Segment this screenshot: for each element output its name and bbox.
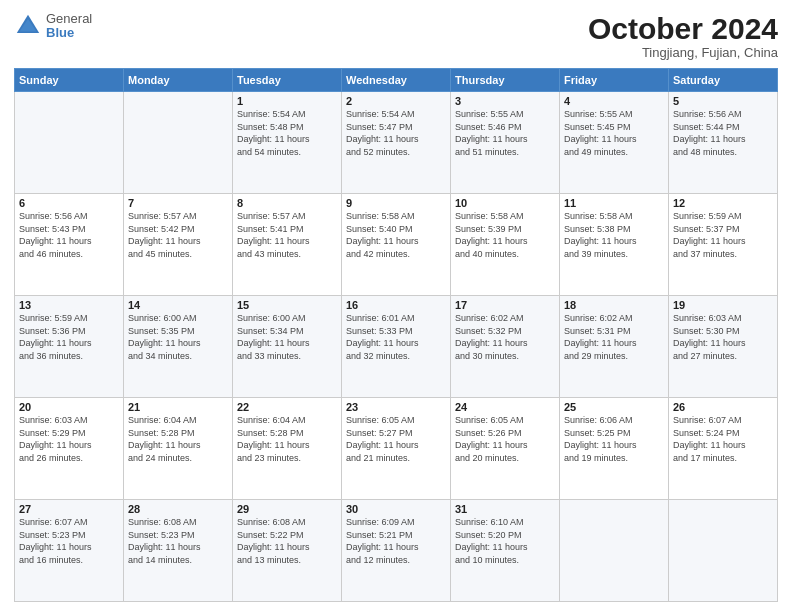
day-number: 22	[237, 401, 337, 413]
day-info: Sunrise: 5:58 AM Sunset: 5:39 PM Dayligh…	[455, 210, 555, 260]
calendar-day-24: 24Sunrise: 6:05 AM Sunset: 5:26 PM Dayli…	[451, 398, 560, 500]
day-number: 31	[455, 503, 555, 515]
day-number: 9	[346, 197, 446, 209]
day-number: 7	[128, 197, 228, 209]
day-number: 20	[19, 401, 119, 413]
logo-icon	[14, 12, 42, 40]
day-number: 21	[128, 401, 228, 413]
calendar-day-8: 8Sunrise: 5:57 AM Sunset: 5:41 PM Daylig…	[233, 194, 342, 296]
calendar-table: SundayMondayTuesdayWednesdayThursdayFrid…	[14, 68, 778, 602]
calendar-day-13: 13Sunrise: 5:59 AM Sunset: 5:36 PM Dayli…	[15, 296, 124, 398]
day-number: 4	[564, 95, 664, 107]
calendar-day-30: 30Sunrise: 6:09 AM Sunset: 5:21 PM Dayli…	[342, 500, 451, 602]
calendar-week-row: 1Sunrise: 5:54 AM Sunset: 5:48 PM Daylig…	[15, 92, 778, 194]
day-number: 8	[237, 197, 337, 209]
location: Tingjiang, Fujian, China	[588, 45, 778, 60]
calendar-day-7: 7Sunrise: 5:57 AM Sunset: 5:42 PM Daylig…	[124, 194, 233, 296]
weekday-header-friday: Friday	[560, 69, 669, 92]
day-info: Sunrise: 5:55 AM Sunset: 5:45 PM Dayligh…	[564, 108, 664, 158]
day-info: Sunrise: 5:56 AM Sunset: 5:43 PM Dayligh…	[19, 210, 119, 260]
day-info: Sunrise: 6:10 AM Sunset: 5:20 PM Dayligh…	[455, 516, 555, 566]
calendar-day-21: 21Sunrise: 6:04 AM Sunset: 5:28 PM Dayli…	[124, 398, 233, 500]
calendar-day-18: 18Sunrise: 6:02 AM Sunset: 5:31 PM Dayli…	[560, 296, 669, 398]
weekday-header-monday: Monday	[124, 69, 233, 92]
weekday-header-tuesday: Tuesday	[233, 69, 342, 92]
day-info: Sunrise: 5:57 AM Sunset: 5:41 PM Dayligh…	[237, 210, 337, 260]
day-info: Sunrise: 6:02 AM Sunset: 5:32 PM Dayligh…	[455, 312, 555, 362]
calendar-day-29: 29Sunrise: 6:08 AM Sunset: 5:22 PM Dayli…	[233, 500, 342, 602]
day-number: 16	[346, 299, 446, 311]
page-container: General Blue October 2024 Tingjiang, Fuj…	[0, 0, 792, 612]
day-number: 26	[673, 401, 773, 413]
day-info: Sunrise: 5:59 AM Sunset: 5:37 PM Dayligh…	[673, 210, 773, 260]
day-info: Sunrise: 5:54 AM Sunset: 5:47 PM Dayligh…	[346, 108, 446, 158]
day-info: Sunrise: 6:09 AM Sunset: 5:21 PM Dayligh…	[346, 516, 446, 566]
day-info: Sunrise: 6:06 AM Sunset: 5:25 PM Dayligh…	[564, 414, 664, 464]
weekday-header-row: SundayMondayTuesdayWednesdayThursdayFrid…	[15, 69, 778, 92]
weekday-header-thursday: Thursday	[451, 69, 560, 92]
day-info: Sunrise: 5:58 AM Sunset: 5:38 PM Dayligh…	[564, 210, 664, 260]
calendar-day-10: 10Sunrise: 5:58 AM Sunset: 5:39 PM Dayli…	[451, 194, 560, 296]
logo-text: General Blue	[46, 12, 92, 41]
day-info: Sunrise: 6:08 AM Sunset: 5:22 PM Dayligh…	[237, 516, 337, 566]
calendar-day-19: 19Sunrise: 6:03 AM Sunset: 5:30 PM Dayli…	[669, 296, 778, 398]
calendar-day-20: 20Sunrise: 6:03 AM Sunset: 5:29 PM Dayli…	[15, 398, 124, 500]
day-info: Sunrise: 5:58 AM Sunset: 5:40 PM Dayligh…	[346, 210, 446, 260]
weekday-header-sunday: Sunday	[15, 69, 124, 92]
calendar-day-5: 5Sunrise: 5:56 AM Sunset: 5:44 PM Daylig…	[669, 92, 778, 194]
day-number: 3	[455, 95, 555, 107]
calendar-week-row: 13Sunrise: 5:59 AM Sunset: 5:36 PM Dayli…	[15, 296, 778, 398]
calendar-day-2: 2Sunrise: 5:54 AM Sunset: 5:47 PM Daylig…	[342, 92, 451, 194]
day-number: 27	[19, 503, 119, 515]
day-info: Sunrise: 6:08 AM Sunset: 5:23 PM Dayligh…	[128, 516, 228, 566]
day-info: Sunrise: 5:57 AM Sunset: 5:42 PM Dayligh…	[128, 210, 228, 260]
weekday-header-saturday: Saturday	[669, 69, 778, 92]
month-title: October 2024	[588, 12, 778, 45]
calendar-day-26: 26Sunrise: 6:07 AM Sunset: 5:24 PM Dayli…	[669, 398, 778, 500]
logo-blue-text: Blue	[46, 26, 92, 40]
calendar-day-22: 22Sunrise: 6:04 AM Sunset: 5:28 PM Dayli…	[233, 398, 342, 500]
calendar-day-11: 11Sunrise: 5:58 AM Sunset: 5:38 PM Dayli…	[560, 194, 669, 296]
day-info: Sunrise: 5:55 AM Sunset: 5:46 PM Dayligh…	[455, 108, 555, 158]
calendar-day-17: 17Sunrise: 6:02 AM Sunset: 5:32 PM Dayli…	[451, 296, 560, 398]
day-number: 11	[564, 197, 664, 209]
calendar-day-23: 23Sunrise: 6:05 AM Sunset: 5:27 PM Dayli…	[342, 398, 451, 500]
calendar-week-row: 20Sunrise: 6:03 AM Sunset: 5:29 PM Dayli…	[15, 398, 778, 500]
calendar-week-row: 27Sunrise: 6:07 AM Sunset: 5:23 PM Dayli…	[15, 500, 778, 602]
day-number: 6	[19, 197, 119, 209]
day-number: 30	[346, 503, 446, 515]
calendar-day-31: 31Sunrise: 6:10 AM Sunset: 5:20 PM Dayli…	[451, 500, 560, 602]
calendar-day-16: 16Sunrise: 6:01 AM Sunset: 5:33 PM Dayli…	[342, 296, 451, 398]
day-info: Sunrise: 5:59 AM Sunset: 5:36 PM Dayligh…	[19, 312, 119, 362]
day-info: Sunrise: 6:05 AM Sunset: 5:27 PM Dayligh…	[346, 414, 446, 464]
calendar-day-27: 27Sunrise: 6:07 AM Sunset: 5:23 PM Dayli…	[15, 500, 124, 602]
day-info: Sunrise: 6:04 AM Sunset: 5:28 PM Dayligh…	[128, 414, 228, 464]
day-info: Sunrise: 6:02 AM Sunset: 5:31 PM Dayligh…	[564, 312, 664, 362]
weekday-header-wednesday: Wednesday	[342, 69, 451, 92]
day-info: Sunrise: 6:05 AM Sunset: 5:26 PM Dayligh…	[455, 414, 555, 464]
calendar-day-3: 3Sunrise: 5:55 AM Sunset: 5:46 PM Daylig…	[451, 92, 560, 194]
calendar-day-1: 1Sunrise: 5:54 AM Sunset: 5:48 PM Daylig…	[233, 92, 342, 194]
day-number: 17	[455, 299, 555, 311]
calendar-day-4: 4Sunrise: 5:55 AM Sunset: 5:45 PM Daylig…	[560, 92, 669, 194]
calendar-week-row: 6Sunrise: 5:56 AM Sunset: 5:43 PM Daylig…	[15, 194, 778, 296]
calendar-day-6: 6Sunrise: 5:56 AM Sunset: 5:43 PM Daylig…	[15, 194, 124, 296]
logo-general-text: General	[46, 12, 92, 26]
day-number: 10	[455, 197, 555, 209]
day-info: Sunrise: 6:04 AM Sunset: 5:28 PM Dayligh…	[237, 414, 337, 464]
day-number: 18	[564, 299, 664, 311]
day-info: Sunrise: 6:00 AM Sunset: 5:35 PM Dayligh…	[128, 312, 228, 362]
calendar-day-empty	[669, 500, 778, 602]
day-info: Sunrise: 5:56 AM Sunset: 5:44 PM Dayligh…	[673, 108, 773, 158]
calendar-day-empty	[124, 92, 233, 194]
day-number: 24	[455, 401, 555, 413]
calendar-day-25: 25Sunrise: 6:06 AM Sunset: 5:25 PM Dayli…	[560, 398, 669, 500]
calendar-day-empty	[560, 500, 669, 602]
day-info: Sunrise: 5:54 AM Sunset: 5:48 PM Dayligh…	[237, 108, 337, 158]
day-info: Sunrise: 6:00 AM Sunset: 5:34 PM Dayligh…	[237, 312, 337, 362]
calendar-day-15: 15Sunrise: 6:00 AM Sunset: 5:34 PM Dayli…	[233, 296, 342, 398]
day-info: Sunrise: 6:03 AM Sunset: 5:30 PM Dayligh…	[673, 312, 773, 362]
day-number: 29	[237, 503, 337, 515]
day-number: 19	[673, 299, 773, 311]
day-number: 13	[19, 299, 119, 311]
